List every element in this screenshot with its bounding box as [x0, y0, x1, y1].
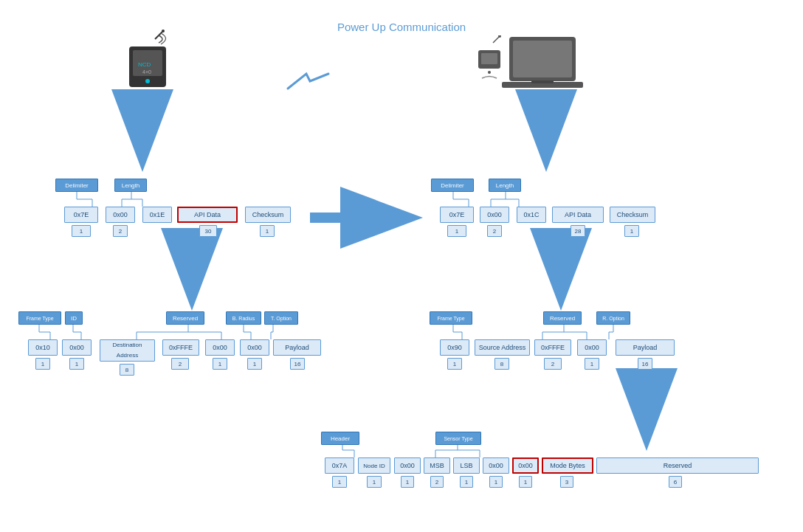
svg-point-59 — [162, 30, 165, 32]
right-f1-checksum: Checksum — [610, 207, 655, 223]
right-f1-0x00: 0x00 — [480, 207, 509, 223]
svg-point-62 — [145, 79, 150, 83]
signal-icon — [284, 70, 336, 92]
right-f1-sub-checksum: 1 — [624, 225, 639, 237]
right-f2-src-addr: Source Address — [475, 339, 530, 356]
left-f2-sub-payload: 16 — [290, 358, 305, 370]
right-f1-sub-0x00: 2 — [487, 225, 502, 237]
left-f2-frametype-label: Frame Type — [18, 311, 61, 325]
f3-sub-0x00b: 1 — [489, 476, 503, 488]
right-f2-sub-0x90: 1 — [447, 358, 462, 370]
left-f1-api-data: API Data — [177, 207, 238, 223]
f3-lsb: LSB — [453, 457, 480, 474]
svg-line-65 — [493, 37, 499, 43]
f3-0x7a: 0x7A — [325, 457, 354, 474]
f3-sub-modebytes: 3 — [560, 476, 573, 488]
f3-sub-0x7a: 1 — [332, 476, 347, 488]
left-f1-sub-0x7e: 1 — [72, 225, 91, 237]
left-f2-box-0x10: 0x10 — [28, 339, 58, 356]
svg-rect-68 — [481, 53, 497, 64]
left-f2-reserved-label: Reserved — [166, 311, 204, 325]
left-f1-sub-0x00: 2 — [113, 225, 128, 237]
right-f1-delimiter-label: Delimiter — [431, 179, 474, 192]
f3-sub-lsb: 1 — [460, 476, 473, 488]
left-f2-payload: Payload — [273, 339, 321, 356]
f3-sensortype-label: Sensor Type — [435, 432, 481, 445]
right-f1-api-data: API Data — [552, 207, 604, 223]
left-f2-0x00d: 0x00 — [240, 339, 269, 356]
left-f2-0xfffe: 0xFFFE — [162, 339, 199, 356]
f3-sub-0x00a: 1 — [401, 476, 414, 488]
left-f2-bradius-label: B. Radius — [226, 311, 261, 325]
svg-rect-71 — [513, 41, 572, 77]
f3-modebytes-red: Mode Bytes — [542, 457, 593, 474]
f3-sub-nodeid: 1 — [367, 476, 382, 488]
right-f2-reserved-label: Reserved — [543, 311, 582, 325]
svg-point-69 — [488, 71, 491, 74]
f3-0x00c-red: 0x00 — [512, 457, 539, 474]
left-f1-sub-checksum: 1 — [260, 225, 275, 237]
svg-rect-73 — [531, 80, 554, 83]
right-f2-sub-0x00: 1 — [585, 358, 599, 370]
left-f1-sub-api: 30 — [199, 225, 217, 237]
right-f2-0x90: 0x90 — [440, 339, 469, 356]
left-f2-sub-0x00c: 1 — [213, 358, 227, 370]
right-f2-frametype-label: Frame Type — [430, 311, 472, 325]
left-f2-sub-0x00d: 1 — [247, 358, 262, 370]
left-device-icon: NCD 4×0 — [107, 28, 181, 102]
left-f1-box-0x1e: 0x1E — [142, 207, 172, 223]
left-f1-box-0x7e: 0x7E — [64, 207, 98, 223]
left-f2-0x00c: 0x00 — [205, 339, 235, 356]
page-title: Power Up Communication — [337, 21, 466, 33]
left-f1-box-0x00: 0x00 — [106, 207, 135, 223]
left-f2-sub-fffe: 2 — [171, 358, 189, 370]
f3-sub-reserved: 6 — [669, 476, 682, 488]
left-f1-length-label: Length — [114, 179, 147, 192]
right-f1-length-label: Length — [489, 179, 521, 192]
svg-text:NCD: NCD — [138, 61, 151, 68]
f3-msb: MSB — [424, 457, 450, 474]
right-f2-0x00: 0x00 — [577, 339, 607, 356]
left-f2-sub-dest: 8 — [120, 364, 134, 376]
right-f1-0x7e: 0x7E — [440, 207, 474, 223]
left-f1-checksum: Checksum — [245, 207, 291, 223]
f3-header-label: Header — [321, 432, 359, 445]
right-f2-roption-label: R. Option — [596, 311, 630, 325]
right-f2-sub-src: 8 — [494, 358, 509, 370]
svg-text:4×0: 4×0 — [142, 69, 151, 75]
left-f1-delimiter-label: Delimiter — [55, 179, 98, 192]
left-f2-sub-0x00b: 1 — [69, 358, 84, 370]
f3-0x00a: 0x00 — [394, 457, 421, 474]
left-f2-box-0x00b: 0x00 — [62, 339, 92, 356]
right-f1-sub-api: 28 — [571, 225, 585, 237]
right-f2-sub-fffe: 2 — [544, 358, 562, 370]
f3-sub-0x00c: 1 — [519, 476, 532, 488]
left-f2-id-label: ID — [65, 311, 83, 325]
f3-nodeid: Node ID — [358, 457, 390, 474]
f3-0x00b: 0x00 — [483, 457, 509, 474]
left-f2-dest-addr: DestinationAddress — [100, 339, 155, 362]
right-f2-payload: Payload — [616, 339, 675, 356]
right-device-laptop-icon — [502, 33, 583, 100]
right-f1-sub-0x7e: 1 — [447, 225, 466, 237]
f3-sub-msb: 2 — [430, 476, 444, 488]
left-f2-sub-0x10: 1 — [35, 358, 50, 370]
right-f2-sub-payload: 16 — [638, 358, 652, 370]
left-f2-toption-label: T. Option — [264, 311, 298, 325]
right-f1-0x1c: 0x1C — [517, 207, 546, 223]
f3-reserved: Reserved — [596, 457, 759, 474]
right-f2-0xfffe: 0xFFFE — [534, 339, 571, 356]
